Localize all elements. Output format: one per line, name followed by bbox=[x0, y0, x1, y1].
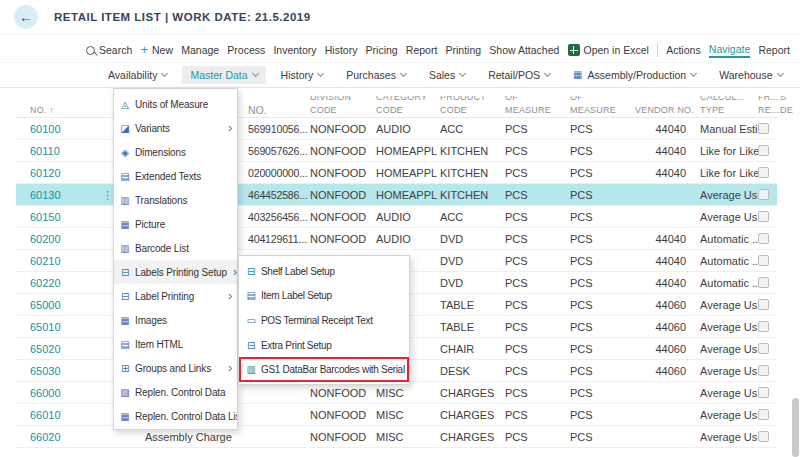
navigate-tab[interactable]: Navigate bbox=[709, 43, 750, 58]
row-checkbox[interactable] bbox=[758, 233, 769, 244]
ribbon-menu-button[interactable]: History bbox=[273, 66, 332, 84]
ribbon-menu-button[interactable]: ▦ Assembly/Production bbox=[565, 66, 704, 84]
menu-item-icon: ◈ bbox=[119, 147, 131, 158]
menu-item[interactable]: ⊟ Label Printing › bbox=[114, 284, 237, 308]
menu-item[interactable]: ▦ Replen. Control Data List bbox=[114, 404, 237, 428]
history-button[interactable]: History bbox=[325, 44, 358, 56]
cell-unit-of-measure-2: PCS bbox=[570, 387, 635, 399]
row-checkbox[interactable] bbox=[758, 189, 769, 200]
ribbon-menu-button[interactable]: Retail/POS bbox=[480, 66, 558, 84]
menu-item[interactable]: ▦ Images bbox=[114, 308, 237, 332]
column-header-division-code[interactable]: DIVISIONCODE bbox=[310, 96, 376, 117]
column-header-category-code[interactable]: CATEGORYCODE bbox=[376, 96, 440, 117]
open-in-excel-button[interactable]: Open in Excel bbox=[568, 44, 649, 56]
actions-button[interactable]: Actions bbox=[666, 44, 700, 56]
column-header-product-code[interactable]: PRODUCTCODE bbox=[440, 96, 505, 117]
submenu-item[interactable]: ▤ Item Label Setup bbox=[239, 284, 409, 309]
item-no-link[interactable]: 65010 bbox=[30, 321, 61, 333]
row-checkbox[interactable] bbox=[758, 167, 769, 178]
row-checkbox[interactable] bbox=[758, 409, 769, 420]
manage-button[interactable]: Manage bbox=[181, 44, 219, 56]
menu-item[interactable]: ▥ Translations bbox=[114, 188, 237, 212]
chevron-down-icon bbox=[317, 70, 324, 77]
item-no-link[interactable]: 60220 bbox=[30, 277, 61, 289]
row-checkbox[interactable] bbox=[758, 299, 769, 310]
item-no-link[interactable]: 65020 bbox=[30, 343, 61, 355]
menu-item[interactable]: ◈ Dimensions bbox=[114, 140, 237, 164]
submenu-item[interactable]: ⊟ Shelf Label Setup bbox=[239, 259, 409, 284]
submenu-item[interactable]: ⊟ Extra Print Setup bbox=[239, 333, 409, 358]
row-checkbox[interactable] bbox=[758, 431, 769, 442]
menu-item[interactable]: ◪ Variants › bbox=[114, 116, 237, 140]
menu-item[interactable]: ▤ Extended Texts bbox=[114, 164, 237, 188]
ribbon-menu-button[interactable]: Purchases bbox=[338, 66, 414, 84]
row-checkbox[interactable] bbox=[758, 123, 769, 134]
row-checkbox[interactable] bbox=[758, 211, 769, 222]
column-header-identifier-no[interactable]: NO. bbox=[248, 96, 310, 117]
column-header-unit-of-measure-1[interactable]: OFMEASURE bbox=[505, 96, 570, 117]
item-no-link[interactable]: 66020 bbox=[30, 431, 61, 443]
cell-calculation-type: Automatic ... bbox=[700, 277, 758, 289]
menu-item[interactable]: ◬ Units of Measure bbox=[114, 92, 237, 116]
column-header-unit-of-measure-2[interactable]: OFMEASURE bbox=[570, 96, 635, 117]
row-checkbox[interactable] bbox=[758, 365, 769, 376]
row-checkbox[interactable] bbox=[758, 145, 769, 156]
ribbon-menu-button[interactable]: Warehouse bbox=[711, 66, 790, 84]
row-checkbox[interactable] bbox=[758, 387, 769, 398]
item-no-link[interactable]: 65030 bbox=[30, 365, 61, 377]
back-button[interactable]: ← bbox=[14, 5, 38, 29]
row-checkbox[interactable] bbox=[758, 343, 769, 354]
process-button[interactable]: Process bbox=[227, 44, 265, 56]
ribbon-menu-button[interactable]: Sales bbox=[421, 66, 473, 84]
row-checkbox[interactable] bbox=[758, 321, 769, 332]
cell-product-code: DVD bbox=[440, 255, 505, 267]
ribbon-menu-button[interactable]: Master Data bbox=[182, 66, 265, 84]
page-title: RETAIL ITEM LIST | WORK DATE: 21.5.2019 bbox=[54, 11, 311, 23]
report-tab[interactable]: Report bbox=[758, 44, 790, 56]
toolbar-divider bbox=[657, 43, 658, 57]
submenu-item[interactable]: ▥ GS1 DataBar Barcodes with Serial Nos bbox=[239, 357, 409, 382]
inventory-button[interactable]: Inventory bbox=[273, 44, 316, 56]
item-no-link[interactable]: 60150 bbox=[30, 211, 61, 223]
menu-item-icon: ◬ bbox=[119, 99, 131, 110]
row-handle-icon[interactable]: ⋮ bbox=[102, 189, 113, 202]
menu-item[interactable]: ▦ Picture bbox=[114, 212, 237, 236]
column-header-calculation-type[interactable]: CALCUL...TYPE bbox=[700, 96, 758, 117]
cell-vendor-no: 44060 bbox=[635, 321, 700, 333]
item-no-link[interactable]: 60100 bbox=[30, 123, 61, 135]
vertical-scrollbar-thumb[interactable] bbox=[792, 398, 799, 457]
column-header-de[interactable]: SDE bbox=[780, 96, 800, 117]
item-no-link[interactable]: 60120 bbox=[30, 167, 61, 179]
row-checkbox[interactable] bbox=[758, 277, 769, 288]
report-button[interactable]: Report bbox=[406, 44, 438, 56]
show-attached-button[interactable]: Show Attached bbox=[489, 44, 559, 56]
column-header-vendor-no[interactable]: VENDOR NO. bbox=[635, 96, 700, 117]
menu-item[interactable]: ▤ Item HTML bbox=[114, 332, 237, 356]
ribbon-menu-button[interactable]: Availability bbox=[100, 66, 175, 84]
search-button[interactable]: Search bbox=[86, 44, 132, 56]
item-no-link[interactable]: 60110 bbox=[30, 145, 60, 157]
new-button[interactable]: + New bbox=[140, 44, 173, 56]
printing-button[interactable]: Printing bbox=[446, 44, 482, 56]
menu-item-label: Extended Texts bbox=[135, 171, 222, 182]
cell-product-code: DESK bbox=[440, 365, 505, 377]
menu-item-label: Item HTML bbox=[135, 339, 222, 350]
menu-item[interactable]: ▥ Barcode List bbox=[114, 236, 237, 260]
cell-category-code: AUDIO bbox=[376, 123, 440, 135]
item-no-link[interactable]: 60210 bbox=[30, 255, 61, 267]
menu-item[interactable]: ⊟ Labels Printing Setup › bbox=[114, 260, 237, 284]
item-no-link[interactable]: 60130 bbox=[30, 189, 61, 201]
column-header-fr[interactable]: FR...RE... bbox=[758, 96, 780, 117]
item-no-link[interactable]: 60200 bbox=[30, 233, 61, 245]
menu-item[interactable]: ⊞ Groups and Links › bbox=[114, 356, 237, 380]
row-checkbox[interactable] bbox=[758, 255, 769, 266]
cell-calculation-type: Manual Esti... bbox=[700, 123, 758, 135]
item-no-link[interactable]: 65000 bbox=[30, 299, 61, 311]
menu-item[interactable]: ▨ Replen. Control Data bbox=[114, 380, 237, 404]
pricing-button[interactable]: Pricing bbox=[366, 44, 398, 56]
submenu-item[interactable]: ▭ POS Terminal Receipt Text bbox=[239, 308, 409, 333]
item-no-link[interactable]: 66000 bbox=[30, 387, 61, 399]
item-no-link[interactable]: 66010 bbox=[30, 409, 61, 421]
cell-identifier-no: 464452586... bbox=[248, 189, 310, 201]
cell-calculation-type: Average Us... bbox=[700, 409, 758, 421]
